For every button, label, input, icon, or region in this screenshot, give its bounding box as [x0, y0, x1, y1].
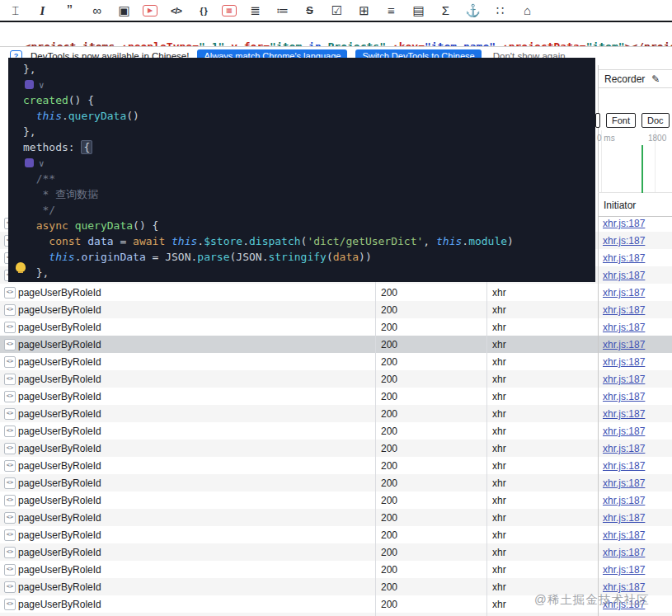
script-file-icon: <> — [4, 460, 16, 472]
network-request-row[interactable]: <>pageUserByRoleId200xhrxhr.js:187 — [0, 543, 672, 561]
initiator-link[interactable]: xhr.js:187 — [603, 235, 645, 247]
inline-code-icon[interactable]: </> — [167, 2, 185, 19]
initiator-column-header[interactable]: Initiator — [599, 197, 672, 217]
request-name: pageUserByRoleId — [18, 564, 101, 576]
initiator-link[interactable]: xhr.js:187 — [603, 270, 645, 281]
grid-icon[interactable]: ∷ — [491, 2, 509, 19]
ordered-list-icon[interactable]: ≔ — [274, 2, 291, 19]
filter-font-chip[interactable]: Font — [606, 113, 636, 128]
request-type: xhr — [492, 443, 506, 454]
code-block-icon[interactable]: { } — [195, 2, 212, 19]
initiator-link[interactable]: xhr.js:187 — [603, 374, 645, 385]
filter-chip-cut[interactable] — [595, 113, 600, 128]
network-request-row[interactable]: <>pageUserByRoleId200xhrxhr.js:187 — [0, 422, 672, 440]
editor-line: const data = await this.$store.dispatch(… — [23, 233, 595, 249]
initiator-link[interactable]: xhr.js:187 — [603, 356, 645, 368]
network-request-row[interactable]: <>pageUserByRoleId200xhrxhr.js:187 — [0, 440, 672, 457]
page-icon[interactable]: ▤ — [410, 2, 427, 19]
network-request-row[interactable]: <>pageUserByRoleId200xhrxhr.js:187 — [0, 509, 672, 526]
initiator-link[interactable]: xhr.js:187 — [603, 547, 645, 558]
initiator-link[interactable]: xhr.js:187 — [603, 391, 645, 402]
editor-line: /** — [23, 171, 595, 186]
request-type: xhr — [492, 529, 506, 541]
film-icon[interactable]: ▦ — [222, 5, 237, 16]
request-name: pageUserByRoleId — [18, 547, 101, 558]
status-code: 200 — [381, 356, 397, 368]
bullet-list-icon[interactable]: ≣ — [247, 2, 264, 19]
status-code: 200 — [381, 477, 397, 489]
network-request-row[interactable]: <>pageUserByRoleId200xhrxhr.js:187 — [0, 388, 672, 405]
request-type: xhr — [492, 512, 506, 524]
status-code: 200 — [381, 391, 397, 402]
link-icon[interactable]: ∞ — [88, 2, 106, 19]
request-type: xhr — [492, 374, 506, 385]
initiator-link[interactable]: xhr.js:187 — [603, 287, 645, 299]
lightbulb-icon[interactable] — [16, 262, 26, 272]
lock-icon[interactable]: ⌂ — [519, 2, 536, 19]
initiator-link[interactable]: xhr.js:187 — [603, 252, 645, 264]
image-icon[interactable]: ▣ — [115, 2, 133, 19]
text-cursor-icon[interactable]: ⌶ — [7, 2, 24, 19]
component-badge-icon[interactable] — [25, 158, 34, 167]
editor-line: created() { — [23, 92, 595, 108]
initiator-link[interactable]: xhr.js:187 — [603, 218, 645, 229]
component-badge-icon[interactable] — [25, 80, 34, 89]
network-request-row[interactable]: <>pageUserByRoleId200xhrxhr.js:187 — [0, 526, 672, 543]
recorder-panel-tab[interactable]: Recorder ✎ — [599, 69, 672, 88]
table-icon[interactable]: ⊞ — [355, 2, 373, 19]
initiator-link[interactable]: xhr.js:187 — [603, 408, 645, 420]
status-code: 200 — [381, 564, 397, 576]
task-list-icon[interactable]: ☑ — [328, 2, 345, 19]
chevron-down-icon[interactable]: ∨ — [39, 80, 45, 91]
network-request-row[interactable]: <>pageUserByRoleId200xhrxhr.js:187 — [0, 318, 672, 336]
initiator-link[interactable]: xhr.js:187 — [603, 339, 645, 350]
status-code: 200 — [381, 512, 397, 524]
network-request-row[interactable]: <>pageUserByRoleId200xhrxhr.js:187 — [0, 370, 672, 388]
initiator-link[interactable]: xhr.js:187 — [603, 495, 645, 506]
blockquote-icon[interactable]: ” — [61, 5, 78, 16]
network-request-row[interactable]: <>pageUserByRoleId200xhrxhr.js:187 — [0, 561, 672, 578]
filter-doc-chip[interactable]: Doc — [641, 113, 670, 128]
network-request-row[interactable]: <>pageUserByRoleId200xhrxhr.js:187 — [0, 457, 672, 474]
editor-line: async queryData() { — [23, 218, 595, 233]
initiator-link[interactable]: xhr.js:187 — [603, 512, 645, 524]
source-editor-popup[interactable]: },∨created() { this.queryData()},methods… — [8, 58, 595, 282]
network-request-row[interactable]: <>pageUserByRoleId200xhrxhr.js:187 — [0, 491, 672, 509]
right-panel-border[interactable] — [598, 47, 599, 616]
initiator-link[interactable]: xhr.js:187 — [603, 322, 645, 333]
initiator-link[interactable]: xhr.js:187 — [603, 443, 645, 454]
request-name: pageUserByRoleId — [18, 339, 101, 350]
status-code: 200 — [381, 287, 397, 299]
initiator-link[interactable]: xhr.js:187 — [603, 529, 645, 541]
strikethrough-icon[interactable]: S — [301, 2, 318, 19]
video-icon[interactable]: ▶ — [143, 5, 157, 16]
network-request-row[interactable]: <>pageUserByRoleId200xhrxhr.js:187 — [0, 405, 672, 422]
request-name: pageUserByRoleId — [18, 512, 101, 524]
anchor-icon[interactable]: ⚓ — [464, 2, 482, 19]
status-code: 200 — [381, 322, 397, 333]
network-request-row[interactable]: <>pageUserByRoleId200xhrxhr.js:187 — [0, 353, 672, 370]
editor-line: this.queryData() — [23, 108, 595, 124]
network-request-row[interactable]: <>pageUserByRoleId200xhrxhr.js:187 — [0, 301, 672, 318]
request-name: pageUserByRoleId — [18, 460, 101, 472]
script-file-icon: <> — [4, 547, 16, 558]
align-icon[interactable]: ≡ — [383, 2, 400, 19]
initiator-link[interactable]: xhr.js:187 — [603, 304, 645, 316]
italic-icon[interactable]: I — [34, 2, 51, 19]
request-type: xhr — [492, 322, 506, 333]
initiator-link[interactable]: xhr.js:187 — [603, 477, 645, 489]
formula-icon[interactable]: Σ — [437, 2, 454, 19]
initiator-link[interactable]: xhr.js:187 — [603, 426, 645, 437]
initiator-link[interactable]: xhr.js:187 — [603, 460, 645, 472]
script-file-icon: <> — [4, 477, 16, 489]
request-type: xhr — [492, 460, 506, 472]
initiator-link[interactable]: xhr.js:187 — [603, 581, 645, 593]
network-request-row[interactable]: <>pageUserByRoleId200xhrxhr.js:187 — [0, 474, 672, 491]
network-request-row[interactable]: <>pageUserByRoleId200xhrxhr.js:187 — [0, 284, 672, 301]
initiator-link[interactable]: xhr.js:187 — [603, 564, 645, 576]
network-request-row[interactable]: <>pageUserByRoleId200xhrxhr.js:187 — [0, 613, 672, 616]
chevron-down-icon[interactable]: ∨ — [39, 158, 45, 169]
status-code: 200 — [381, 426, 397, 437]
request-type: xhr — [492, 599, 506, 610]
network-request-row[interactable]: <>pageUserByRoleId200xhrxhr.js:187 — [0, 336, 672, 353]
